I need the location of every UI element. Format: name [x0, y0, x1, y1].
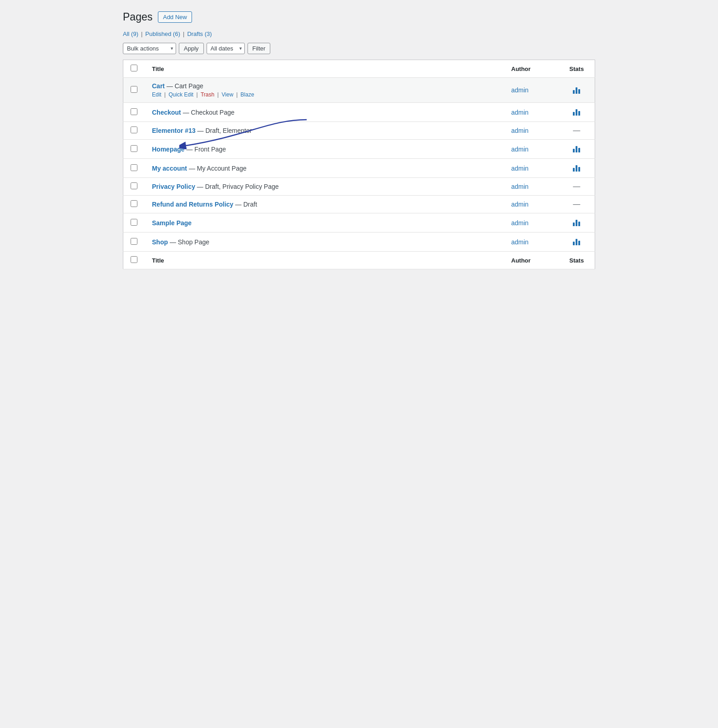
stats-bars-icon[interactable]: [573, 107, 580, 116]
table-header-row: Title Author Stats: [123, 60, 595, 78]
author-cell: admin: [504, 213, 559, 233]
footer-author-col: Author: [504, 252, 559, 269]
table-row: Cart — Cart PageEdit | Quick Edit | Tras…: [123, 78, 595, 103]
table-row: Elementor #13 — Draft, Elementoradmin—: [123, 122, 595, 140]
title-cell: My account — My Account Page: [145, 159, 504, 178]
filter-drafts-link[interactable]: Drafts (3): [187, 30, 212, 37]
filter-published-link[interactable]: Published (6): [145, 30, 180, 37]
author-cell: admin: [504, 140, 559, 159]
table-row: Homepage — Front Pageadmin: [123, 140, 595, 159]
title-cell: Refund and Returns Policy — Draft: [145, 196, 504, 213]
edit-link[interactable]: Edit: [152, 91, 162, 98]
author-link[interactable]: admin: [511, 201, 529, 208]
page-title-link[interactable]: Privacy Policy: [152, 183, 195, 190]
action-blaze: Blaze: [241, 91, 254, 98]
stats-bars-icon[interactable]: [573, 144, 580, 152]
page-title-link[interactable]: Elementor #13: [152, 127, 196, 134]
page-title-link[interactable]: Checkout: [152, 109, 181, 116]
row-checkbox[interactable]: [131, 182, 137, 189]
dates-filter-wrap[interactable]: All dates: [207, 43, 245, 54]
pages-table: Title Author Stats Cart — Cart PageEdit …: [123, 60, 595, 269]
header-checkbox-col: [123, 60, 145, 78]
header-title-col: Title: [145, 60, 504, 78]
blaze-link[interactable]: Blaze: [241, 91, 254, 98]
author-link[interactable]: admin: [511, 183, 529, 190]
bulk-actions-select[interactable]: Bulk actions Edit Move to Trash: [123, 43, 176, 54]
view-link[interactable]: View: [222, 91, 233, 98]
header-author-col: Author: [504, 60, 559, 78]
action-separator: |: [216, 91, 220, 98]
table-row: Shop — Shop Pageadmin: [123, 233, 595, 252]
action-quick-edit: Quick Edit: [168, 91, 193, 98]
author-link[interactable]: admin: [511, 238, 529, 246]
filter-nav: All (9) | Published (6) | Drafts (3): [123, 30, 595, 37]
dates-select[interactable]: All dates: [207, 43, 245, 54]
select-all-footer-checkbox[interactable]: [131, 256, 137, 263]
page-title-link[interactable]: Cart: [152, 82, 165, 90]
row-checkbox[interactable]: [131, 238, 137, 245]
filter-button[interactable]: Filter: [248, 43, 271, 54]
page-title: Pages: [123, 11, 152, 23]
page-state: — Cart Page: [165, 82, 203, 90]
row-checkbox[interactable]: [131, 108, 137, 115]
row-checkbox[interactable]: [131, 145, 137, 152]
page-state: — Checkout Page: [181, 109, 235, 116]
stats-dash: —: [573, 126, 580, 134]
author-link[interactable]: admin: [511, 165, 529, 172]
stats-cell: [559, 233, 595, 252]
author-link[interactable]: admin: [511, 109, 529, 116]
author-cell: admin: [504, 196, 559, 213]
stats-cell: [559, 103, 595, 122]
footer-checkbox-col: [123, 252, 145, 269]
stats-bars-icon[interactable]: [573, 163, 580, 172]
author-link[interactable]: admin: [511, 146, 529, 153]
apply-button[interactable]: Apply: [179, 43, 204, 54]
author-cell: admin: [504, 78, 559, 103]
author-cell: admin: [504, 159, 559, 178]
toolbar: Bulk actions Edit Move to Trash Apply Al…: [123, 43, 595, 54]
stats-bars-icon[interactable]: [573, 218, 580, 226]
row-checkbox[interactable]: [131, 219, 137, 226]
row-checkbox[interactable]: [131, 86, 137, 93]
table-footer-row: Title Author Stats: [123, 252, 595, 269]
page-state: — Draft, Elementor: [196, 127, 252, 134]
row-checkbox[interactable]: [131, 126, 137, 133]
quick-edit-link[interactable]: Quick Edit: [168, 91, 193, 98]
stats-cell: [559, 213, 595, 233]
author-link[interactable]: admin: [511, 127, 529, 134]
title-cell: Privacy Policy — Draft, Privacy Policy P…: [145, 178, 504, 196]
filter-all-link[interactable]: All (9): [123, 30, 138, 37]
table-row: My account — My Account Pageadmin: [123, 159, 595, 178]
author-cell: admin: [504, 233, 559, 252]
stats-bars-icon[interactable]: [573, 237, 580, 245]
trash-link[interactable]: Trash: [201, 91, 214, 98]
author-cell: admin: [504, 122, 559, 140]
stats-cell: —: [559, 196, 595, 213]
table-row: Sample Pageadmin: [123, 213, 595, 233]
author-link[interactable]: admin: [511, 219, 529, 227]
page-state: — Draft, Privacy Policy Page: [195, 183, 279, 190]
title-cell: Elementor #13 — Draft, Elementor: [145, 122, 504, 140]
page-title-link[interactable]: Shop: [152, 238, 168, 246]
page-title-link[interactable]: Sample Page: [152, 219, 192, 227]
title-cell: Shop — Shop Page: [145, 233, 504, 252]
header-stats-col: Stats: [559, 60, 595, 78]
stats-dash: —: [573, 182, 580, 190]
stats-bars-icon[interactable]: [573, 86, 580, 94]
title-cell: Homepage — Front Page: [145, 140, 504, 159]
select-all-checkbox[interactable]: [131, 65, 137, 71]
page-title-link[interactable]: My account: [152, 165, 187, 172]
bulk-actions-wrap[interactable]: Bulk actions Edit Move to Trash: [123, 43, 176, 54]
action-edit: Edit: [152, 91, 162, 98]
page-title-link[interactable]: Homepage: [152, 146, 185, 153]
add-new-button[interactable]: Add New: [158, 11, 192, 23]
page-title-link[interactable]: Refund and Returns Policy: [152, 201, 233, 208]
author-cell: admin: [504, 178, 559, 196]
row-checkbox[interactable]: [131, 200, 137, 207]
author-link[interactable]: admin: [511, 86, 529, 94]
action-separator: |: [163, 91, 167, 98]
stats-dash: —: [573, 200, 580, 208]
row-checkbox[interactable]: [131, 164, 137, 171]
footer-title-col: Title: [145, 252, 504, 269]
action-separator: |: [195, 91, 199, 98]
